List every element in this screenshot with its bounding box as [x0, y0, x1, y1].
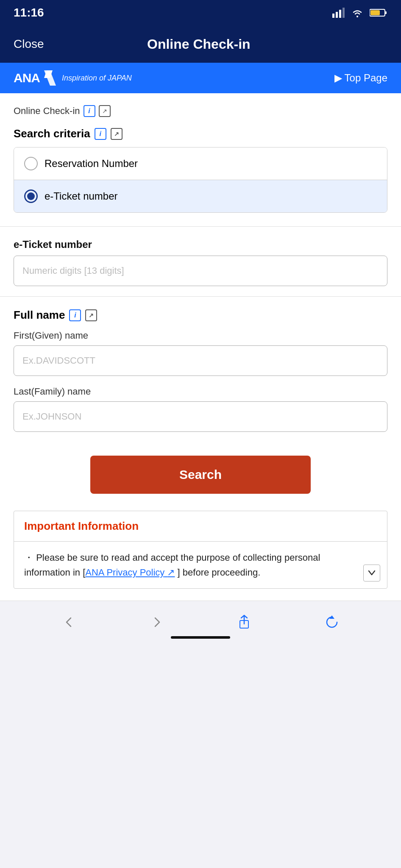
top-page-arrow: ▶	[334, 72, 342, 84]
eticket-field-section: e-Ticket number	[14, 239, 387, 296]
close-button[interactable]: Close	[14, 37, 44, 51]
bottom-nav	[0, 601, 401, 643]
status-time: 11:16	[14, 6, 44, 19]
top-page-link[interactable]: ▶ Top Page	[334, 72, 387, 84]
important-info-header: Important Information	[14, 511, 387, 542]
divider-2	[0, 296, 401, 297]
svg-rect-7	[370, 10, 380, 15]
back-icon	[63, 616, 75, 628]
nav-bar: Close Online Check-in	[0, 25, 401, 63]
radio-circle-eticket	[24, 189, 38, 203]
battery-icon	[370, 8, 387, 17]
ana-header: ANA Inspiration of JAPAN ▶ Top Page	[0, 63, 401, 93]
breadcrumb-info-icon[interactable]: i	[84, 105, 95, 117]
search-criteria-radio-group: Reservation Number e-Ticket number	[14, 147, 387, 213]
forward-icon	[151, 616, 163, 628]
back-button[interactable]	[56, 609, 82, 635]
breadcrumb-external-icon[interactable]: ↗	[99, 105, 111, 117]
fullname-info-icon[interactable]: i	[69, 309, 81, 321]
radio-eticket-number[interactable]: e-Ticket number	[14, 180, 387, 212]
svg-rect-3	[343, 8, 345, 18]
share-button[interactable]	[231, 609, 257, 635]
search-criteria-info-icon[interactable]: i	[95, 128, 106, 140]
ana-tagline: Inspiration of JAPAN	[62, 74, 132, 83]
important-info-title: Important Information	[24, 520, 139, 532]
radio-circle-reservation	[24, 157, 38, 170]
top-page-label: Top Page	[345, 72, 387, 84]
privacy-policy-link[interactable]: ANA Privacy Policy ↗	[85, 567, 175, 578]
share-icon	[237, 615, 251, 630]
svg-rect-0	[332, 14, 334, 18]
refresh-icon	[325, 615, 339, 629]
eticket-field-label: e-Ticket number	[14, 239, 387, 250]
radio-label-eticket: e-Ticket number	[45, 190, 118, 202]
important-info-text: ・ Please be sure to read and accept the …	[24, 550, 377, 580]
eticket-number-input[interactable]	[14, 256, 387, 286]
first-name-label: First(Given) name	[14, 330, 387, 341]
ana-slash-icon	[44, 70, 56, 86]
last-name-label: Last(Family) name	[14, 386, 387, 397]
important-information-section: Important Information ・ Please be sure t…	[14, 511, 387, 589]
important-bullet: ・	[24, 552, 33, 563]
radio-label-reservation: Reservation Number	[45, 158, 138, 170]
ana-logo: ANA Inspiration of JAPAN	[14, 70, 132, 86]
status-icons	[332, 8, 387, 18]
search-button-container: Search	[14, 456, 387, 494]
forward-button[interactable]	[144, 609, 170, 635]
fullname-external-icon[interactable]: ↗	[85, 309, 97, 321]
chevron-down-icon	[368, 570, 376, 576]
last-name-input[interactable]	[14, 401, 387, 432]
divider-1	[0, 226, 401, 227]
breadcrumb: Online Check-in i ↗	[14, 105, 387, 117]
full-name-section: Full name i ↗ First(Given) name Last(Fam…	[14, 309, 387, 442]
signal-icon	[332, 8, 345, 18]
main-content: Online Check-in i ↗ Search criteria i ↗ …	[0, 93, 401, 601]
breadcrumb-text: Online Check-in	[14, 106, 80, 117]
privacy-policy-external-icon: ↗	[167, 567, 175, 578]
expand-button[interactable]	[363, 565, 380, 581]
search-criteria-external-icon[interactable]: ↗	[111, 128, 123, 140]
svg-rect-1	[336, 12, 338, 18]
svg-rect-2	[339, 10, 341, 18]
svg-point-4	[356, 16, 358, 17]
status-bar: 11:16	[0, 0, 401, 25]
important-info-body: ・ Please be sure to read and accept the …	[14, 542, 387, 588]
page-title: Online Check-in	[147, 36, 251, 52]
svg-rect-6	[385, 11, 387, 14]
ana-logo-text: ANA	[14, 71, 40, 85]
search-button[interactable]: Search	[90, 456, 311, 494]
radio-reservation-number[interactable]: Reservation Number	[14, 147, 387, 180]
first-name-input[interactable]	[14, 345, 387, 376]
search-criteria-title: Search criteria i ↗	[14, 127, 387, 140]
wifi-icon	[351, 8, 364, 18]
home-indicator	[171, 636, 230, 639]
full-name-title: Full name i ↗	[14, 309, 387, 322]
refresh-button[interactable]	[319, 609, 345, 635]
